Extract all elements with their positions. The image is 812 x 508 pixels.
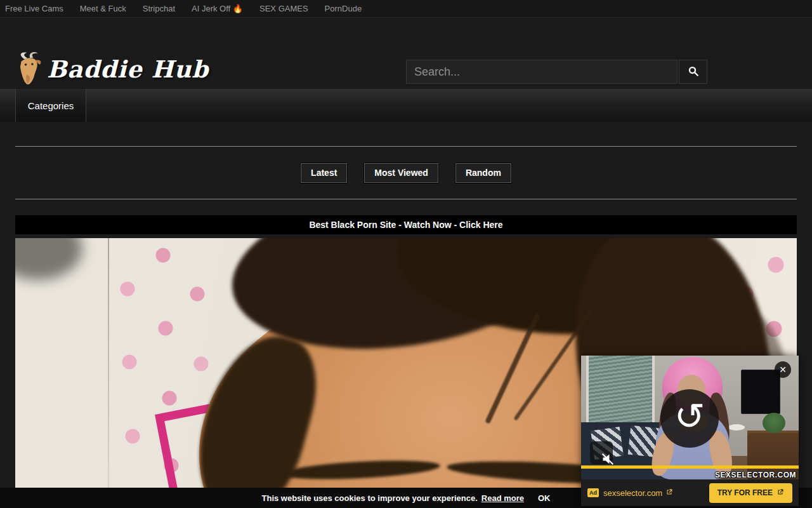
plant	[763, 413, 785, 433]
text-ad-banner[interactable]: Best Black Porn Site - Watch Now - Click…	[15, 215, 797, 234]
site-title: Baddie Hub	[47, 55, 209, 83]
ad-domain-link[interactable]: sexselector.com	[603, 488, 673, 498]
replay-icon: ↺	[674, 398, 705, 435]
external-link-icon	[665, 488, 673, 498]
ad-badge: Ad	[587, 488, 599, 497]
ad-progress-bar[interactable]	[581, 465, 799, 469]
ad-info-bar: Ad sexselector.com TRY FOR FREE	[581, 479, 799, 506]
nav-item-categories[interactable]: Categories	[15, 89, 86, 122]
toplink-stripchat[interactable]: Stripchat	[143, 4, 175, 13]
close-icon[interactable]: ✕	[775, 361, 791, 378]
ad-domain-text: sexselector.com	[603, 488, 662, 498]
search-bar	[406, 60, 707, 84]
search-input[interactable]	[406, 60, 678, 84]
wall-tv	[741, 370, 780, 414]
latest-button[interactable]: Latest	[301, 163, 347, 183]
search-button[interactable]	[679, 60, 707, 84]
toplink-porndude[interactable]: PornDude	[325, 4, 362, 13]
goat-logo-icon	[11, 50, 44, 89]
top-links-bar: Free Live Cams Meet & Fuck Stripchat AI …	[0, 0, 812, 18]
mute-button[interactable]	[590, 441, 613, 464]
random-button[interactable]: Random	[455, 163, 511, 183]
ad-video-frame[interactable]: ↺ SEXSELECTOR.COM ✕	[581, 356, 799, 479]
try-for-free-label: TRY FOR FREE	[717, 488, 773, 497]
ad-watermark-text: SEXSELECTOR.COM	[715, 471, 796, 479]
replay-button[interactable]: ↺	[660, 389, 719, 448]
video-ad-overlay: ↺ SEXSELECTOR.COM ✕ Ad sexselector.com	[581, 356, 799, 506]
site-logo[interactable]: Baddie Hub	[11, 50, 209, 89]
toplink-meet-and-fuck[interactable]: Meet & Fuck	[80, 4, 126, 13]
divider-bottom	[15, 199, 797, 199]
most-viewed-button[interactable]: Most Viewed	[364, 163, 438, 183]
cookie-message: This website uses cookies to improve you…	[262, 493, 478, 503]
sort-filter-row: Latest Most Viewed Random	[0, 163, 812, 183]
main-nav: Categories	[0, 89, 812, 122]
toplink-ai-jerk-off[interactable]: AI Jerk Off 🔥	[192, 4, 243, 13]
cookie-ok-button[interactable]: OK	[538, 493, 551, 503]
search-icon	[688, 65, 699, 79]
toplink-sex-games[interactable]: SEX GAMES	[259, 4, 308, 13]
divider-top	[15, 146, 797, 147]
site-header: Baddie Hub	[0, 18, 812, 89]
side-table	[728, 424, 745, 431]
read-more-link[interactable]: Read more	[481, 493, 524, 503]
toplink-free-live-cams[interactable]: Free Live Cams	[5, 4, 63, 13]
external-link-icon	[776, 488, 784, 498]
try-for-free-button[interactable]: TRY FOR FREE	[709, 483, 792, 503]
